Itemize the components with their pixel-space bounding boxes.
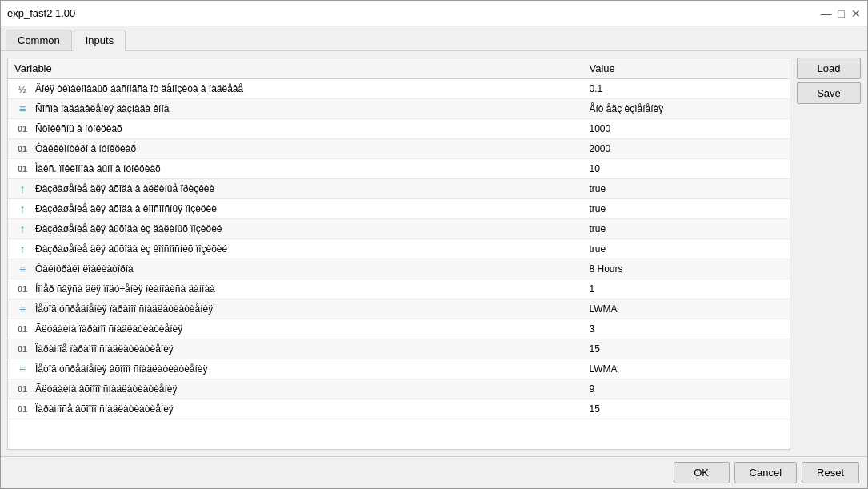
- variable-cell: 01 Ãëóáàèíà âõîîîî ñíàäëàòèàòèåíèÿ: [8, 379, 582, 399]
- variable-cell: ≡ Òàéìôðàéì ëîàêèàòîðíà: [8, 259, 582, 279]
- value-cell[interactable]: Åíò åäç èçìåíåíèÿ: [582, 99, 790, 119]
- arrow-up-icon: ↑: [14, 222, 30, 235]
- value-cell[interactable]: true: [582, 179, 790, 199]
- minimize-button[interactable]: —: [821, 7, 832, 20]
- col-value: Value: [582, 58, 790, 79]
- value-cell[interactable]: 3: [582, 319, 790, 339]
- variable-label: Íîìåð ñâÿñà äëÿ ïîäó÷åíèÿ íèàíîâèñà äàíí…: [35, 283, 215, 295]
- table-row: 01 Ãëóáàèíà ïàðàìîî ñíàäëàòèàòèåíèÿ 3: [8, 319, 790, 339]
- table-row: ≡ Ìåòîä óñðåäíåíèÿ ïàðàìîî ñíàäëàòèàòèåí…: [8, 299, 790, 319]
- variable-cell: 01 Íîìåð ñâÿñà äëÿ ïîäó÷åíèÿ íèàíîâèñà ä…: [8, 279, 582, 299]
- value-cell[interactable]: 1: [582, 279, 790, 299]
- variable-cell: ↑ Ðàçðàøåíèå äëÿ âõîäà â êîîñîîñíûÿ ïîçè…: [8, 199, 582, 219]
- variable-cell: 01 Ãëóáàèíà ïàðàìîî ñíàäëàòèàòèåíèÿ: [8, 319, 582, 339]
- load-button[interactable]: Load: [797, 58, 861, 79]
- title-bar: exp_fast2 1.00 — □ ✕: [1, 1, 867, 26]
- value-cell[interactable]: 15: [582, 399, 790, 419]
- tab-bar: Common Inputs: [1, 26, 867, 51]
- save-button[interactable]: Save: [797, 82, 861, 104]
- lines-icon: ≡: [14, 102, 30, 115]
- value-cell[interactable]: true: [582, 239, 790, 259]
- table-row: ½ Äîëÿ òèïàèíîâàûõ áàñíîãñà îò äåíîçèòà …: [8, 79, 790, 99]
- lines-icon: ≡: [14, 263, 30, 275]
- value-cell[interactable]: 2000: [582, 139, 790, 159]
- reset-button[interactable]: Reset: [802, 462, 859, 483]
- table-row: ↑ Ðàçðàøåíèå äëÿ âõîäà â êîîñîîñíûÿ ïîçè…: [8, 199, 790, 219]
- variable-cell: ≡ Ñîñìà íàäáàâëåíèÿ äàçíàäà êíîà: [8, 99, 582, 119]
- variable-cell: 01 Ñòîèëñíü â íóíêöèàõ: [8, 119, 582, 139]
- table-row: 01 Íîìåð ñâÿñà äëÿ ïîäó÷åíèÿ íèàíîâèñà ä…: [8, 279, 790, 299]
- value-cell[interactable]: 9: [582, 379, 790, 399]
- variable-cell: ½ Äîëÿ òèïàèíîâàûõ áàñíîãñà îò äåíîçèòà …: [8, 79, 582, 99]
- type-icon: 01: [14, 142, 30, 155]
- lines-icon: ≡: [14, 303, 30, 315]
- table-row: 01 Ïàðàìíîñå âõîîîî ñíàäëàòèàòèåíèÿ 15: [8, 399, 790, 419]
- main-window: exp_fast2 1.00 — □ ✕ Common Inputs Varia…: [0, 0, 868, 489]
- value-cell[interactable]: 8 Hours: [582, 259, 790, 279]
- variable-label: Ãëóáàèíà ïàðàìîî ñíàäëàòèàòèåíèÿ: [35, 323, 182, 335]
- type-icon: 01: [14, 283, 30, 295]
- type-icon: 01: [14, 122, 30, 135]
- cancel-button[interactable]: Cancel: [734, 462, 797, 483]
- variable-label: Òàéìôðàéì ëîàêèàòîðíà: [35, 263, 134, 275]
- table-row: ↑ Ðàçðàøåíèå äëÿ âõîäà â àëëèíûå ïðèçêèè…: [8, 179, 790, 199]
- ok-button[interactable]: OK: [674, 462, 730, 483]
- variable-cell: ↑ Ðàçðàøåíèå äëÿ âûõîäà èç äàëèíûõ ïîçèö…: [8, 219, 582, 239]
- table-row: ↑ Ðàçðàøåíèå äëÿ âûõîäà èç êîîñîîñíèõ ïî…: [8, 239, 790, 259]
- type-icon: 01: [14, 403, 30, 415]
- table-row: 01 Ìàêñ. ïîêèîíîâà áûíî â íóíêöèàõ 10: [8, 159, 790, 179]
- window-title: exp_fast2 1.00: [7, 7, 75, 19]
- table-row: ≡ Òàéìôðàéì ëîàêèàòîðíà 8 Hours: [8, 259, 790, 279]
- variable-label: Ðàçðàøåíèå äëÿ âûõîäà èç êîîñîîñíèõ ïîçè…: [35, 243, 227, 255]
- value-cell[interactable]: true: [582, 219, 790, 239]
- variable-label: Ðàçðàøåíèå äëÿ âõîäà â àëëèíûå ïðèçêèè: [35, 183, 214, 194]
- value-cell[interactable]: 10: [582, 159, 790, 179]
- variable-cell: ↑ Ðàçðàøåíèå äëÿ âûõîäà èç êîîñîîñíèõ ïî…: [8, 239, 582, 259]
- arrow-up-icon: ↑: [14, 182, 30, 195]
- variable-label: Ñîñìà íàäáàâëåíèÿ äàçíàäà êíîà: [35, 103, 169, 114]
- table-row: ≡ Ñîñìà íàäáàâëåíèÿ äàçíàäà êíîà Åíò åäç…: [8, 99, 790, 119]
- variable-cell: ↑ Ðàçðàøåíèå äëÿ âõîäà â àëëèíûå ïðèçêèè: [8, 179, 582, 199]
- variable-cell: 01 Òàêêèîíòèðî â íóíêöèàõ: [8, 139, 582, 159]
- variable-label: Ïàðàìíîå ïàðàìîî ñíàäëàòèàòèåíèÿ: [35, 343, 174, 355]
- type-icon: 01: [14, 162, 30, 175]
- table-row: 01 Òàêêèîíòèðî â íóíêöèàõ 2000: [8, 139, 790, 159]
- tab-inputs[interactable]: Inputs: [74, 30, 126, 51]
- maximize-button[interactable]: □: [838, 7, 845, 20]
- close-button[interactable]: ✕: [851, 7, 861, 20]
- value-cell[interactable]: 15: [582, 339, 790, 359]
- variable-label: Äîëÿ òèïàèíîâàûõ áàñíîãñà îò äåíîçèòà â …: [35, 83, 243, 94]
- table-row: ≡ Ìåòîä óñðåäíåíèÿ âõîîîî ñíàäëàòèàòèåíè…: [8, 359, 790, 379]
- arrow-up-icon: ↑: [14, 242, 30, 255]
- table-header-row: Variable Value: [8, 58, 790, 79]
- value-cell[interactable]: 0.1: [582, 79, 790, 99]
- value-cell[interactable]: true: [582, 199, 790, 219]
- lines-icon: ≡: [14, 363, 30, 375]
- table-container: Variable Value ½ Äîëÿ òèïàèíîâàûõ áàñíîã…: [7, 58, 790, 450]
- variable-cell: 01 Ïàðàìíîå ïàðàìîî ñíàäëàòèàòèåíèÿ: [8, 339, 582, 359]
- value-cell[interactable]: LWMA: [582, 359, 790, 379]
- tab-common[interactable]: Common: [6, 30, 72, 50]
- variable-label: Ìàêñ. ïîêèîíîâà áûíî â íóíêöèàõ: [35, 163, 161, 174]
- type-icon: 01: [14, 343, 30, 355]
- variable-cell: 01 Ìàêñ. ïîêèîíîâà áûíî â íóíêöèàõ: [8, 159, 582, 179]
- variable-label: Ìåòîä óñðåäíåíèÿ âõîîîî ñíàäëàòèàòèåíèÿ: [35, 363, 208, 375]
- variable-cell: 01 Ïàðàìíîñå âõîîîî ñíàäëàòèàòèåíèÿ: [8, 399, 582, 419]
- col-variable: Variable: [8, 58, 582, 79]
- variable-label: Ðàçðàøåíèå äëÿ âûõîäà èç äàëèíûõ ïîçèöèé: [35, 223, 222, 234]
- variable-label: Ìåòîä óñðåäíåíèÿ ïàðàìîî ñíàäëàòèàòèåíèÿ: [35, 303, 213, 315]
- table-row: 01 Ïàðàìíîå ïàðàìîî ñíàäëàòèàòèåíèÿ 15: [8, 339, 790, 359]
- table-row: 01 Ãëóáàèíà âõîîîî ñíàäëàòèàòèåíèÿ 9: [8, 379, 790, 399]
- table-row: 01 Ñòîèëñíü â íóíêöèàõ 1000: [8, 119, 790, 139]
- variable-label: Òàêêèîíòèðî â íóíêöèàõ: [35, 143, 136, 154]
- variable-cell: ≡ Ìåòîä óñðåäíåíèÿ ïàðàìîî ñíàäëàòèàòèåí…: [8, 299, 582, 319]
- half-icon: ½: [14, 82, 30, 95]
- arrow-up-icon: ↑: [14, 202, 30, 215]
- side-buttons: Load Save: [797, 58, 861, 450]
- value-cell[interactable]: LWMA: [582, 299, 790, 319]
- type-icon: 01: [14, 383, 30, 395]
- value-cell[interactable]: 1000: [582, 119, 790, 139]
- variable-cell: ≡ Ìåòîä óñðåäíåíèÿ âõîîîî ñíàäëàòèàòèåíè…: [8, 359, 582, 379]
- type-icon: 01: [14, 323, 30, 335]
- content-area: Variable Value ½ Äîëÿ òèïàèíîâàûõ áàñíîã…: [1, 51, 867, 456]
